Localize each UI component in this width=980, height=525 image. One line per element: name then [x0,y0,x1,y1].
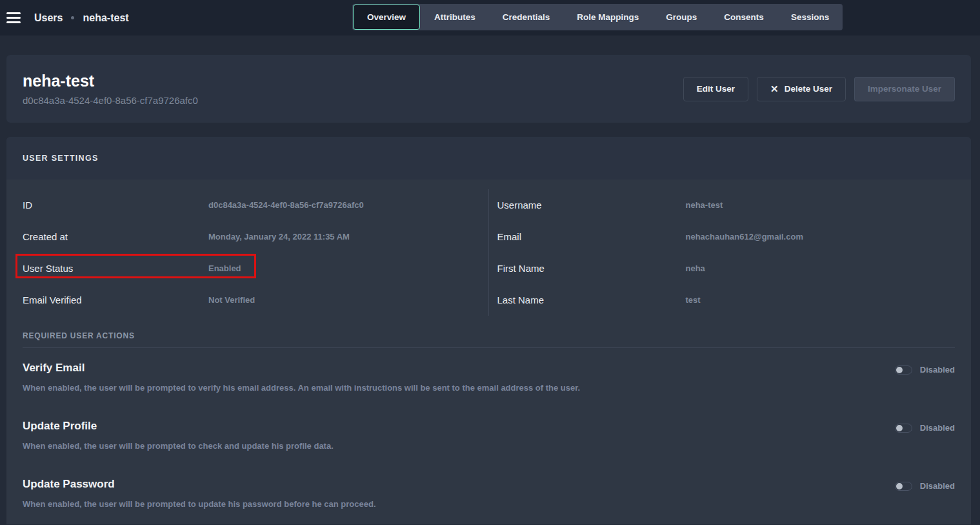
field-row-user-status: User Status Enabled [6,252,488,284]
action-item-update-profile: Update Profile When enabled, the user wi… [23,406,955,464]
delete-user-button[interactable]: ✕ Delete User [757,77,846,101]
field-value: Monday, January 24, 2022 11:35 AM [208,232,350,242]
field-value: Enabled [208,263,241,273]
field-value: neha-test [686,200,723,210]
field-label: Email [497,231,686,242]
field-row-id: ID d0c84a3a-4524-4ef0-8a56-cf7a9726afc0 [6,189,488,221]
toggle-knob [896,425,903,431]
field-value: neha [686,263,705,273]
user-profile-card: neha-test d0c84a3a-4524-4ef0-8a56-cf7a97… [6,55,971,123]
action-toggle-group: Disabled [895,423,955,433]
breadcrumb-current-user[interactable]: neha-test [83,12,128,24]
action-title: Update Profile [23,420,334,433]
action-description: When enabled, the user will be prompted … [23,499,376,509]
tab-credentials[interactable]: Credentials [489,4,564,30]
toggle-state-label: Disabled [920,365,955,375]
impersonate-user-button[interactable]: Impersonate User [854,77,955,101]
hamburger-menu-icon[interactable] [6,12,21,23]
field-row-username: Username neha-test [489,189,972,221]
tab-role-mappings[interactable]: Role Mappings [563,4,652,30]
action-text: Update Profile When enabled, the user wi… [23,420,334,451]
tab-groups[interactable]: Groups [652,4,710,30]
field-row-email-verified: Email Verified Not Verified [6,284,488,316]
required-user-actions-title: REQUIRED USER ACTIONS [23,331,955,340]
action-text: Verify Email When enabled, the user will… [23,362,580,393]
toggle-knob [896,483,903,489]
field-row-email: Email nehachauhan612@gmail.com [489,221,972,252]
tab-attributes[interactable]: Attributes [421,4,489,30]
user-id-subtitle: d0c84a3a-4524-4ef0-8a56-cf7a9726afc0 [23,95,198,106]
field-label: Last Name [497,294,686,305]
field-label: Username [497,200,686,211]
user-profile-heading: neha-test d0c84a3a-4524-4ef0-8a56-cf7a97… [23,72,198,106]
field-label: Email Verified [23,294,208,305]
tab-overview[interactable]: Overview [353,5,420,30]
action-description: When enabled, the user will be prompted … [23,383,580,393]
profile-actions: Edit User ✕ Delete User Impersonate User [683,77,955,101]
action-title: Update Password [23,478,376,491]
breadcrumb-users[interactable]: Users [34,12,63,24]
required-user-actions-section: REQUIRED USER ACTIONS Verify Email When … [6,316,971,522]
breadcrumb-separator-dot [71,16,74,19]
toggle-knob [896,367,903,373]
field-value: test [686,295,701,305]
action-item-verify-email: Verify Email When enabled, the user will… [23,348,955,406]
breadcrumb: Users neha-test [34,12,129,24]
delete-user-label: Delete User [785,84,832,94]
edit-user-button[interactable]: Edit User [683,77,748,101]
field-value: d0c84a3a-4524-4ef0-8a56-cf7a9726afc0 [208,200,364,210]
action-description: When enabled, the user will be prompted … [23,441,334,451]
action-toggle-group: Disabled [895,365,955,375]
tab-sessions[interactable]: Sessions [777,4,843,30]
field-label: First Name [497,263,686,274]
user-settings-card: USER SETTINGS ID d0c84a3a-4524-4ef0-8a56… [6,137,971,524]
user-settings-fields: ID d0c84a3a-4524-4ef0-8a56-cf7a9726afc0 … [6,180,971,316]
action-text: Update Password When enabled, the user w… [23,478,376,509]
fields-right-column: Username neha-test Email nehachauhan612@… [489,189,972,316]
toggle-state-label: Disabled [920,481,955,491]
update-password-toggle[interactable] [895,482,912,491]
tab-bar: Overview Attributes Credentials Role Map… [352,4,843,30]
fields-left-column: ID d0c84a3a-4524-4ef0-8a56-cf7a9726afc0 … [6,189,489,316]
action-toggle-group: Disabled [895,481,955,491]
user-settings-title: USER SETTINGS [23,154,99,163]
field-label: User Status [23,263,208,274]
tab-consents[interactable]: Consents [710,4,777,30]
field-value: Not Verified [208,295,255,305]
field-label: Created at [23,231,208,242]
action-title: Verify Email [23,362,580,375]
verify-email-toggle[interactable] [895,365,912,375]
field-row-last-name: Last Name test [489,284,972,316]
action-item-update-password: Update Password When enabled, the user w… [23,464,955,522]
field-row-created-at: Created at Monday, January 24, 2022 11:3… [6,221,488,252]
field-label: ID [23,200,208,211]
top-bar: Users neha-test Overview Attributes Cred… [0,0,980,36]
impersonate-user-label: Impersonate User [868,84,941,94]
user-settings-section-header: USER SETTINGS [6,137,971,180]
toggle-state-label: Disabled [920,423,955,433]
field-row-first-name: First Name neha [489,252,972,284]
edit-user-label: Edit User [697,84,735,94]
update-profile-toggle[interactable] [895,424,912,433]
close-icon: ✕ [770,84,779,94]
field-value: nehachauhan612@gmail.com [686,232,803,242]
page-title: neha-test [23,72,198,90]
